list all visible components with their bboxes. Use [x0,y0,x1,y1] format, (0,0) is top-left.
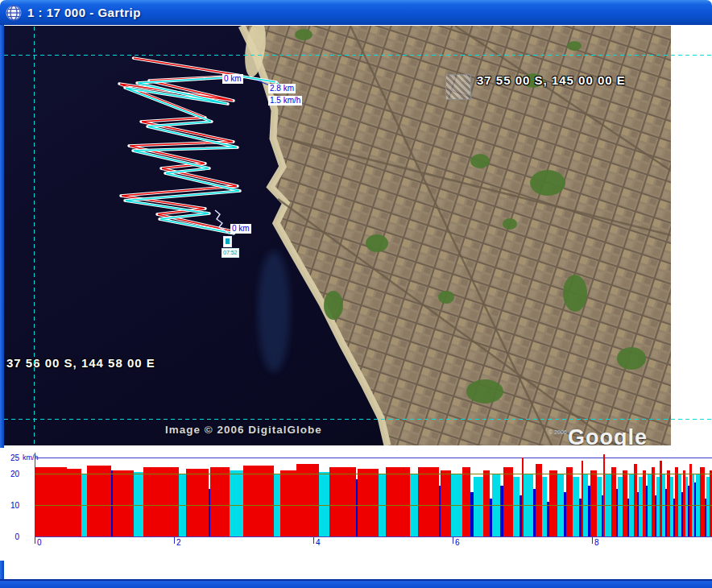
track-flag-icon [223,236,232,247]
x-tick-mark [592,537,593,544]
track-distance-label: 2.8 km [268,84,296,93]
track-point [120,195,122,197]
digitalglobe-attribution: Image © 2006 DigitalGlobe [165,424,322,436]
speed-bar [474,477,483,536]
speed-bar [210,467,230,536]
y-tick-label: 20 [0,470,19,478]
track-point [237,147,238,148]
speed-bar [590,470,597,536]
track-point [159,218,160,220]
speed-bar [296,464,319,536]
track-start-label-top: 0 km [222,74,243,84]
gridline-20 [35,474,712,474]
speed-bar [35,467,67,536]
track-point [132,57,134,59]
x-tick-label: 8 [594,538,599,547]
speed-bar [186,469,209,536]
speed-bar [503,467,513,536]
speed-bar [441,470,451,536]
x-tick-label: 4 [316,538,321,547]
track-point [233,141,234,143]
x-tick-label: 6 [455,538,460,547]
speed-bar [483,470,490,536]
track-point [136,82,138,84]
x-axis-line [35,536,712,537]
speed-bar [573,477,579,536]
speed-bar [113,470,134,536]
chart-plot[interactable] [35,458,712,536]
map-viewport[interactable]: 0 km 2.8 km 1.5 km/h 0 km 07:52 37 55 00… [4,26,671,445]
track-point [148,80,150,81]
window-bottom-border [0,579,712,588]
gartrip-window: 1 : 17 000 - Gartrip [0,0,712,588]
x-tick-label: 2 [176,538,181,547]
track-point [160,168,162,169]
speed-bar [566,467,573,536]
track-time-label: 07:52 [221,248,239,258]
speed-profile-chart[interactable]: 25km/h20100 02468 [0,448,712,561]
speed-bar [513,477,520,536]
speed-bar [319,472,329,536]
longitude-grid-line [34,27,35,445]
speed-bar [87,466,111,536]
latitude-grid-line-south [4,419,712,420]
track-point [164,172,166,174]
gridline-10 [35,505,712,506]
satellite-image [4,26,671,445]
coordinate-label-left: 37 56 00 S, 144 58 00 E [6,356,155,370]
speed-bar [143,467,179,536]
speed-bar [280,470,296,536]
track-point [132,150,134,151]
track-point [124,200,126,201]
track-point [205,117,206,118]
track-point [209,168,210,169]
track-point [205,163,206,164]
track-point [124,87,126,89]
speed-bar [329,467,356,536]
speed-bar [67,469,81,536]
track-point [209,213,210,214]
x-tick-mark [174,537,175,544]
track-point [227,103,229,105]
speed-bar [418,467,439,536]
globe-icon [6,5,22,21]
track-speed-label: 1.5 km/h [268,96,302,106]
track-point [275,81,277,83]
y-tick-label: 25 [0,453,19,462]
track-point [237,185,238,187]
speed-bar [230,470,243,536]
track-point [205,208,206,209]
track-point [156,213,158,215]
track-point [147,126,148,127]
coordinate-label-top: 37 55 00 S, 145 00 00 E [477,73,626,87]
track-point [118,83,120,85]
y-tick-label: 10 [0,501,19,510]
track-start-label-bottom: 0 km [230,224,251,234]
x-tick-label: 0 [37,538,42,547]
x-tick-mark [313,537,314,544]
track-point [239,190,241,192]
speed-bar [134,472,143,536]
x-tick-mark [35,537,35,544]
x-tick-mark [453,537,453,544]
speed-bar [462,467,470,536]
track-point [128,145,130,147]
y-tick-label: 0 [0,532,19,541]
speed-bar [549,470,557,536]
speed-bar [358,469,379,536]
track-point [233,100,234,101]
latitude-grid-line-north [4,55,712,56]
speed-bar [536,464,542,536]
google-watermark: Google [568,425,648,445]
speed-bar [386,467,410,536]
window-title: 1 : 17 000 - Gartrip [27,6,141,19]
google-copyright: © 2006 [548,429,567,435]
track-point [211,121,213,122]
title-bar[interactable]: 1 : 17 000 - Gartrip [0,0,712,25]
speed-bar [243,466,274,536]
waypoint-icon[interactable] [445,74,471,100]
track-point [140,121,142,122]
water-highlight [258,251,290,372]
